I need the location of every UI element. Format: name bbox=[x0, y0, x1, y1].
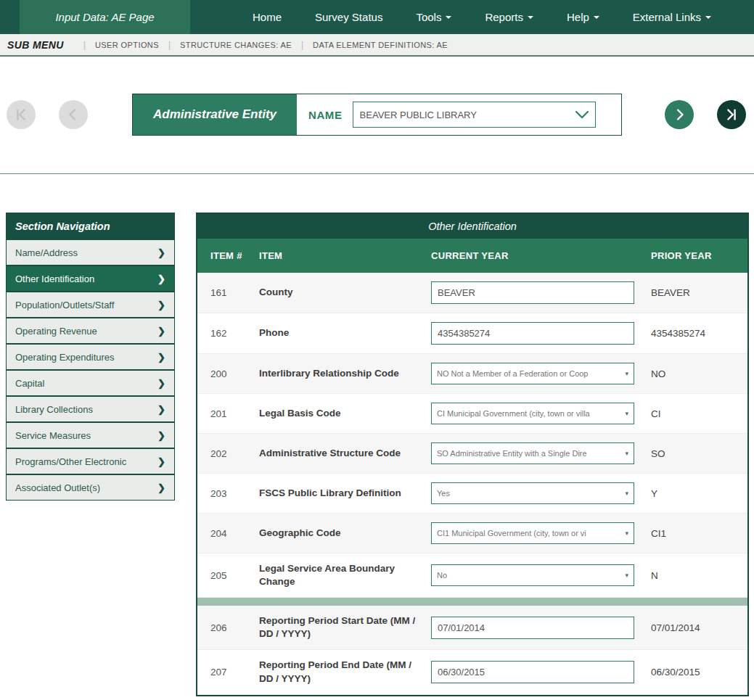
sidebar-item-operating-revenue[interactable]: Operating Revenue❯ bbox=[7, 317, 174, 343]
sidebar-item-capital[interactable]: Capital❯ bbox=[7, 369, 174, 395]
entity-selector-box: Administrative Entity NAME BEAVER PUBLIC… bbox=[132, 94, 622, 136]
item-161-input[interactable] bbox=[431, 281, 634, 304]
sidebar-items: Name/Address❯Other Identification❯Popula… bbox=[7, 239, 174, 500]
column-header-prior-year: PRIOR YEAR bbox=[651, 239, 747, 273]
selected-option-label: CI Municipal Government (city, town or v… bbox=[437, 409, 621, 418]
item-207-input[interactable] bbox=[431, 661, 634, 683]
submenu-separator: | bbox=[168, 40, 171, 50]
last-record-button[interactable] bbox=[717, 100, 746, 129]
nav-item-reports[interactable]: Reports bbox=[485, 11, 533, 23]
main-nav: HomeSurvey StatusToolsReportsHelpExterna… bbox=[253, 0, 711, 34]
table-row: 206Reporting Period Start Date (MM / DD … bbox=[197, 606, 747, 650]
submenu-items: |USER OPTIONS|STRUCTURE CHANGES: AE|DATA… bbox=[74, 40, 448, 50]
sidebar-item-population-outlets-staff[interactable]: Population/Outlets/Staff❯ bbox=[7, 291, 174, 317]
entity-name-value: BEAVER PUBLIC LIBRARY bbox=[360, 110, 477, 120]
submenu-item-user-options[interactable]: USER OPTIONS bbox=[95, 41, 159, 49]
item-label: Geographic Code bbox=[259, 514, 431, 553]
item-number: 201 bbox=[197, 394, 259, 434]
sidebar-item-label: Associated Outlet(s) bbox=[15, 482, 100, 493]
item-number: 161 bbox=[197, 273, 259, 313]
submenu-item-structure-changes-ae[interactable]: STRUCTURE CHANGES: AE bbox=[180, 41, 292, 49]
prior-year-value: SO bbox=[651, 434, 747, 474]
current-year-cell: CI1 Municipal Government (city, town or … bbox=[431, 514, 651, 553]
current-year-cell bbox=[431, 313, 651, 354]
other-identification-panel: Other Identification ITEM #ITEMCURRENT Y… bbox=[196, 213, 749, 696]
entity-name-select[interactable]: BEAVER PUBLIC LIBRARY bbox=[353, 102, 596, 128]
chevron-right-icon: ❯ bbox=[157, 378, 165, 389]
item-203-select[interactable]: Yes▾ bbox=[431, 482, 634, 504]
item-205-select[interactable]: No▾ bbox=[431, 564, 634, 586]
nav-item-external-links[interactable]: External Links bbox=[633, 11, 711, 23]
item-200-select[interactable]: NO Not a Member of a Federation or Coop▾ bbox=[431, 363, 634, 384]
nav-item-label: External Links bbox=[633, 11, 701, 23]
next-record-button[interactable] bbox=[665, 100, 694, 129]
item-201-select[interactable]: CI Municipal Government (city, town or v… bbox=[431, 403, 634, 424]
item-number: 207 bbox=[197, 650, 259, 694]
chevron-right-icon: ❯ bbox=[157, 430, 165, 441]
item-number: 206 bbox=[197, 606, 259, 650]
chevron-right-icon: ❯ bbox=[157, 247, 165, 258]
submenu-item-data-element-definitions-ae[interactable]: DATA ELEMENT DEFINITIONS: AE bbox=[313, 41, 448, 49]
current-year-cell: No▾ bbox=[431, 553, 651, 598]
item-label: Administrative Structure Code bbox=[259, 434, 431, 474]
nav-item-tools[interactable]: Tools bbox=[416, 11, 451, 23]
chevron-down-icon bbox=[446, 16, 451, 19]
table-row: 203FSCS Public Library DefinitionYes▾Y bbox=[197, 474, 747, 514]
table-header-row: ITEM #ITEMCURRENT YEARPRIOR YEAR bbox=[197, 239, 747, 273]
item-label: Reporting Period Start Date (MM / DD / Y… bbox=[259, 606, 431, 650]
sidebar-item-other-identification[interactable]: Other Identification❯ bbox=[7, 265, 174, 291]
item-204-select[interactable]: CI1 Municipal Government (city, town or … bbox=[431, 522, 634, 544]
selected-option-label: NO Not a Member of a Federation or Coop bbox=[437, 369, 621, 378]
nav-active-page[interactable]: Input Data: AE Page bbox=[20, 0, 190, 34]
sidebar-item-label: Service Measures bbox=[15, 430, 91, 441]
dropdown-arrow-icon: ▾ bbox=[625, 490, 628, 497]
table-row: 207Reporting Period End Date (MM / DD / … bbox=[197, 650, 747, 694]
submenu-title: SUB MENU bbox=[7, 39, 64, 51]
current-year-cell bbox=[431, 606, 651, 650]
item-label: County bbox=[259, 273, 431, 313]
entity-navigation-section: Administrative Entity NAME BEAVER PUBLIC… bbox=[0, 57, 754, 174]
sidebar-item-operating-expenditures[interactable]: Operating Expenditures❯ bbox=[7, 343, 174, 369]
chevron-down-icon bbox=[575, 111, 589, 119]
sidebar-item-library-collections[interactable]: Library Collections❯ bbox=[7, 395, 174, 421]
skip-last-icon bbox=[724, 107, 739, 123]
item-206-input[interactable] bbox=[431, 617, 634, 639]
dropdown-arrow-icon: ▾ bbox=[625, 572, 628, 579]
separator-row bbox=[197, 598, 747, 606]
submenu-bar: SUB MENU |USER OPTIONS|STRUCTURE CHANGES… bbox=[0, 34, 754, 57]
footer-actions: PRINT PAGE SAVE bbox=[0, 696, 754, 700]
nav-item-survey-status[interactable]: Survey Status bbox=[315, 11, 382, 23]
nav-item-help[interactable]: Help bbox=[567, 11, 599, 23]
sidebar-item-label: Operating Revenue bbox=[15, 326, 97, 337]
current-year-cell bbox=[431, 273, 651, 313]
separator-band bbox=[197, 598, 747, 606]
dropdown-arrow-icon: ▾ bbox=[625, 450, 628, 457]
sidebar-item-name-address[interactable]: Name/Address❯ bbox=[7, 239, 174, 265]
nav-item-home[interactable]: Home bbox=[253, 11, 282, 23]
dropdown-arrow-icon: ▾ bbox=[625, 410, 628, 417]
item-number: 200 bbox=[197, 354, 259, 394]
first-record-button[interactable] bbox=[7, 100, 36, 129]
sidebar-item-associated-outlet-s[interactable]: Associated Outlet(s)❯ bbox=[7, 474, 174, 500]
sidebar-item-programs-other-electronic[interactable]: Programs/Other Electronic❯ bbox=[7, 448, 174, 474]
item-202-select[interactable]: SO Administrative Entity with a Single D… bbox=[431, 442, 634, 464]
current-year-cell bbox=[431, 650, 651, 694]
chevron-right-icon bbox=[671, 107, 687, 123]
current-year-cell: CI Municipal Government (city, town or v… bbox=[431, 394, 651, 434]
panel-title: Other Identification bbox=[197, 214, 747, 239]
table-row: 161CountyBEAVER bbox=[197, 273, 747, 313]
prior-year-value: CI bbox=[651, 394, 747, 434]
column-header-current-year: CURRENT YEAR bbox=[431, 239, 651, 273]
sidebar-item-label: Programs/Other Electronic bbox=[15, 456, 126, 467]
sidebar-item-label: Capital bbox=[15, 378, 44, 389]
sidebar-item-service-measures[interactable]: Service Measures❯ bbox=[7, 421, 174, 448]
item-162-input[interactable] bbox=[431, 322, 634, 345]
chevron-right-icon: ❯ bbox=[157, 352, 165, 363]
nav-item-label: Home bbox=[253, 11, 282, 23]
section-navigation-sidebar: Section Navigation Name/Address❯Other Id… bbox=[6, 213, 175, 501]
chevron-right-icon: ❯ bbox=[157, 456, 165, 467]
item-label: FSCS Public Library Definition bbox=[259, 474, 431, 514]
nav-item-label: Reports bbox=[485, 11, 523, 23]
prior-year-value: NO bbox=[651, 354, 747, 394]
previous-record-button[interactable] bbox=[59, 100, 88, 129]
